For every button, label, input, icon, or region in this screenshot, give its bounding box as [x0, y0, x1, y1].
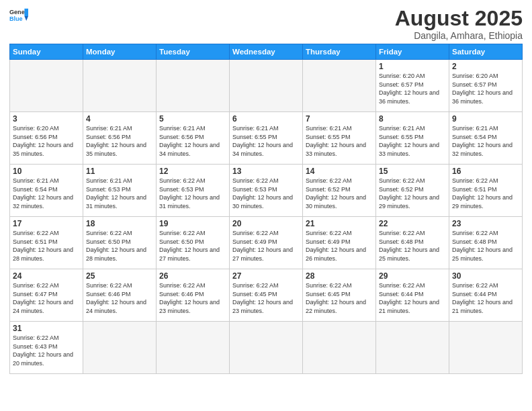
day-number: 13 [232, 167, 300, 176]
day-info: Sunrise: 6:22 AM Sunset: 6:43 PM Dayligh… [13, 334, 80, 367]
day-info: Sunrise: 6:22 AM Sunset: 6:52 PM Dayligh… [306, 177, 373, 210]
table-row [83, 60, 157, 112]
day-number: 16 [452, 167, 519, 176]
table-row: 10Sunrise: 6:21 AM Sunset: 6:54 PM Dayli… [10, 165, 83, 217]
table-row: 7Sunrise: 6:21 AM Sunset: 6:55 PM Daylig… [303, 112, 376, 165]
table-row [157, 60, 230, 112]
day-info: Sunrise: 6:22 AM Sunset: 6:45 PM Dayligh… [232, 281, 300, 315]
table-row: 8Sunrise: 6:21 AM Sunset: 6:55 PM Daylig… [376, 112, 449, 165]
day-info: Sunrise: 6:22 AM Sunset: 6:44 PM Dayligh… [379, 281, 446, 315]
month-title: August 2025 [395, 7, 523, 30]
table-row: 2Sunrise: 6:20 AM Sunset: 6:57 PM Daylig… [449, 60, 523, 112]
day-number: 31 [13, 324, 80, 333]
header-friday: Friday [376, 44, 449, 60]
table-row: 16Sunrise: 6:22 AM Sunset: 6:51 PM Dayli… [449, 165, 523, 217]
day-info: Sunrise: 6:22 AM Sunset: 6:45 PM Dayligh… [306, 281, 373, 315]
day-info: Sunrise: 6:21 AM Sunset: 6:54 PM Dayligh… [13, 177, 80, 210]
day-number: 20 [232, 219, 300, 228]
day-number: 19 [159, 219, 226, 228]
day-info: Sunrise: 6:22 AM Sunset: 6:51 PM Dayligh… [13, 229, 80, 263]
table-row: 5Sunrise: 6:21 AM Sunset: 6:56 PM Daylig… [157, 112, 230, 165]
table-row: 27Sunrise: 6:22 AM Sunset: 6:45 PM Dayli… [230, 269, 303, 322]
svg-text:Blue: Blue [9, 15, 23, 22]
day-info: Sunrise: 6:20 AM Sunset: 6:56 PM Dayligh… [13, 124, 80, 158]
day-info: Sunrise: 6:20 AM Sunset: 6:57 PM Dayligh… [452, 72, 519, 105]
day-number: 7 [306, 114, 373, 124]
day-info: Sunrise: 6:22 AM Sunset: 6:52 PM Dayligh… [379, 177, 446, 210]
day-info: Sunrise: 6:22 AM Sunset: 6:48 PM Dayligh… [379, 229, 446, 263]
day-info: Sunrise: 6:22 AM Sunset: 6:46 PM Dayligh… [159, 281, 226, 315]
table-row [449, 322, 523, 374]
day-info: Sunrise: 6:22 AM Sunset: 6:50 PM Dayligh… [159, 229, 226, 263]
table-row: 29Sunrise: 6:22 AM Sunset: 6:44 PM Dayli… [376, 269, 449, 322]
table-row: 4Sunrise: 6:21 AM Sunset: 6:56 PM Daylig… [83, 112, 157, 165]
day-info: Sunrise: 6:21 AM Sunset: 6:54 PM Dayligh… [452, 124, 519, 158]
day-info: Sunrise: 6:22 AM Sunset: 6:49 PM Dayligh… [306, 229, 373, 263]
header-tuesday: Tuesday [157, 44, 230, 60]
svg-marker-2 [24, 9, 28, 16]
day-info: Sunrise: 6:21 AM Sunset: 6:56 PM Dayligh… [159, 124, 226, 158]
day-info: Sunrise: 6:22 AM Sunset: 6:44 PM Dayligh… [452, 281, 519, 315]
table-row: 11Sunrise: 6:21 AM Sunset: 6:53 PM Dayli… [83, 165, 157, 217]
day-info: Sunrise: 6:22 AM Sunset: 6:53 PM Dayligh… [232, 177, 300, 210]
table-row: 23Sunrise: 6:22 AM Sunset: 6:48 PM Dayli… [449, 217, 523, 269]
day-number: 9 [452, 114, 519, 124]
table-row: 12Sunrise: 6:22 AM Sunset: 6:53 PM Dayli… [157, 165, 230, 217]
day-number: 10 [13, 167, 80, 176]
table-row: 30Sunrise: 6:22 AM Sunset: 6:44 PM Dayli… [449, 269, 523, 322]
day-number: 2 [452, 62, 519, 71]
day-number: 14 [306, 167, 373, 176]
header-saturday: Saturday [449, 44, 523, 60]
day-number: 17 [13, 219, 80, 228]
table-row [83, 322, 157, 374]
weekday-header-row: Sunday Monday Tuesday Wednesday Thursday… [10, 44, 523, 60]
table-row: 9Sunrise: 6:21 AM Sunset: 6:54 PM Daylig… [449, 112, 523, 165]
table-row [303, 60, 376, 112]
day-number: 11 [86, 167, 153, 176]
table-row: 21Sunrise: 6:22 AM Sunset: 6:49 PM Dayli… [303, 217, 376, 269]
table-row: 28Sunrise: 6:22 AM Sunset: 6:45 PM Dayli… [303, 269, 376, 322]
table-row [10, 60, 83, 112]
day-number: 1 [379, 62, 446, 71]
header-wednesday: Wednesday [230, 44, 303, 60]
day-number: 28 [306, 271, 373, 281]
table-row: 26Sunrise: 6:22 AM Sunset: 6:46 PM Dayli… [157, 269, 230, 322]
table-row: 24Sunrise: 6:22 AM Sunset: 6:47 PM Dayli… [10, 269, 83, 322]
table-row: 14Sunrise: 6:22 AM Sunset: 6:52 PM Dayli… [303, 165, 376, 217]
day-number: 23 [452, 219, 519, 228]
day-info: Sunrise: 6:22 AM Sunset: 6:49 PM Dayligh… [232, 229, 300, 263]
table-row [230, 60, 303, 112]
day-info: Sunrise: 6:22 AM Sunset: 6:46 PM Dayligh… [86, 281, 153, 315]
table-row: 20Sunrise: 6:22 AM Sunset: 6:49 PM Dayli… [230, 217, 303, 269]
day-number: 6 [232, 114, 300, 124]
day-number: 27 [232, 271, 300, 281]
day-info: Sunrise: 6:21 AM Sunset: 6:56 PM Dayligh… [86, 124, 153, 158]
day-info: Sunrise: 6:21 AM Sunset: 6:55 PM Dayligh… [232, 124, 300, 158]
day-info: Sunrise: 6:22 AM Sunset: 6:48 PM Dayligh… [452, 229, 519, 263]
logo: General Blue [9, 7, 28, 26]
header-sunday: Sunday [10, 44, 83, 60]
table-row: 31Sunrise: 6:22 AM Sunset: 6:43 PM Dayli… [10, 322, 83, 374]
day-number: 15 [379, 167, 446, 176]
table-row: 18Sunrise: 6:22 AM Sunset: 6:50 PM Dayli… [83, 217, 157, 269]
day-info: Sunrise: 6:21 AM Sunset: 6:53 PM Dayligh… [86, 177, 153, 210]
table-row: 15Sunrise: 6:22 AM Sunset: 6:52 PM Dayli… [376, 165, 449, 217]
header-thursday: Thursday [303, 44, 376, 60]
day-number: 8 [379, 114, 446, 124]
day-number: 5 [159, 114, 226, 124]
table-row [376, 322, 449, 374]
table-row: 25Sunrise: 6:22 AM Sunset: 6:46 PM Dayli… [83, 269, 157, 322]
table-row: 1Sunrise: 6:20 AM Sunset: 6:57 PM Daylig… [376, 60, 449, 112]
table-row: 17Sunrise: 6:22 AM Sunset: 6:51 PM Dayli… [10, 217, 83, 269]
table-row [157, 322, 230, 374]
day-number: 29 [379, 271, 446, 281]
table-row: 22Sunrise: 6:22 AM Sunset: 6:48 PM Dayli… [376, 217, 449, 269]
day-number: 30 [452, 271, 519, 281]
header-monday: Monday [83, 44, 157, 60]
table-row: 3Sunrise: 6:20 AM Sunset: 6:56 PM Daylig… [10, 112, 83, 165]
location-title: Dangila, Amhara, Ethiopia [395, 30, 523, 41]
day-number: 18 [86, 219, 153, 228]
table-row: 19Sunrise: 6:22 AM Sunset: 6:50 PM Dayli… [157, 217, 230, 269]
day-info: Sunrise: 6:20 AM Sunset: 6:57 PM Dayligh… [379, 72, 446, 105]
day-info: Sunrise: 6:22 AM Sunset: 6:53 PM Dayligh… [159, 177, 226, 210]
